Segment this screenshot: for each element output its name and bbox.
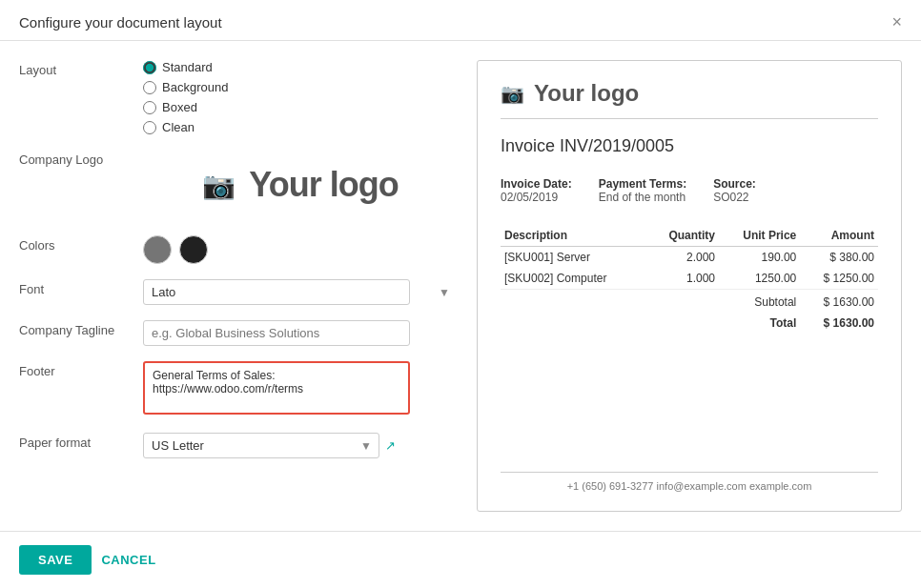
preview-logo-row: 📷 Your logo xyxy=(501,80,878,119)
radio-background[interactable] xyxy=(143,81,156,94)
save-button[interactable]: SAVE xyxy=(19,545,92,575)
preview-footer: +1 (650) 691-3277 info@example.com examp… xyxy=(501,472,878,492)
meta-payment-terms: Payment Terms: End of the month xyxy=(599,177,686,204)
col-unit-price: Unit Price xyxy=(719,225,800,247)
radio-clean[interactable] xyxy=(143,121,156,134)
radio-item-clean[interactable]: Clean xyxy=(143,120,458,134)
preview-logo-text: Your logo xyxy=(534,80,639,107)
dialog-title: Configure your document layout xyxy=(19,14,222,30)
logo-text: Your logo xyxy=(249,165,398,205)
subtotal-label: Subtotal xyxy=(719,290,800,314)
font-select-wrap: Lato Roboto Open Sans Raleway ▼ xyxy=(143,279,458,305)
color-swatch-1[interactable] xyxy=(143,235,172,264)
table-row: [SKU001] Server 2.000 190.00 $ 380.00 xyxy=(501,247,878,269)
company-logo-row: Company Logo 📷 Your logo xyxy=(19,150,458,220)
row2-desc: [SKU002] Computer xyxy=(501,268,647,290)
company-logo-label: Company Logo xyxy=(19,150,133,167)
total-empty xyxy=(501,313,719,334)
meta-label-invoice-date: Invoice Date: xyxy=(501,177,572,191)
radio-label-standard: Standard xyxy=(162,60,213,74)
subtotal-value: $ 1630.00 xyxy=(800,290,878,314)
meta-value-source: SO022 xyxy=(713,191,756,204)
meta-label-source: Source: xyxy=(713,177,756,191)
meta-value-payment-terms: End of the month xyxy=(599,191,686,204)
radio-label-boxed: Boxed xyxy=(162,100,197,114)
total-value: $ 1630.00 xyxy=(800,313,878,334)
chevron-down-icon: ▼ xyxy=(439,286,450,299)
row2-qty: 1.000 xyxy=(647,268,719,290)
close-button[interactable]: × xyxy=(891,13,902,30)
paper-format-wrap: US Letter A4 ▼ ↗ xyxy=(143,433,458,458)
tagline-input-wrap xyxy=(143,320,458,346)
paper-format-label: Paper format xyxy=(19,433,133,450)
meta-invoice-date: Invoice Date: 02/05/2019 xyxy=(501,177,572,204)
radio-group-layout: Standard Background Boxed Clean xyxy=(143,60,458,134)
footer-textarea-wrap: General Terms of Sales: https://www.odoo… xyxy=(143,361,458,417)
external-link-icon[interactable]: ↗ xyxy=(385,438,396,453)
col-description: Description xyxy=(501,225,647,247)
paper-format-row: Paper format US Letter A4 ▼ ↗ xyxy=(19,433,458,458)
dialog-header: Configure your document layout × xyxy=(0,0,921,41)
colors-label: Colors xyxy=(19,235,133,253)
radio-label-background: Background xyxy=(162,80,228,94)
colors-row: Colors xyxy=(19,235,458,264)
row2-unit: 1250.00 xyxy=(719,268,800,290)
meta-label-payment-terms: Payment Terms: xyxy=(599,177,686,191)
preview-table-body: [SKU001] Server 2.000 190.00 $ 380.00 [S… xyxy=(501,247,878,335)
company-logo-area[interactable]: 📷 Your logo xyxy=(143,150,458,220)
row1-qty: 2.000 xyxy=(647,247,719,269)
left-panel: Layout Standard Background B xyxy=(19,60,458,512)
radio-boxed[interactable] xyxy=(143,101,156,114)
col-amount: Amount xyxy=(800,225,878,247)
row1-unit: 190.00 xyxy=(719,247,800,269)
configure-document-layout-dialog: Configure your document layout × Layout … xyxy=(0,0,921,588)
radio-item-background[interactable]: Background xyxy=(143,80,458,94)
layout-label: Layout xyxy=(19,60,133,77)
paper-select-wrap: US Letter A4 ▼ xyxy=(143,433,379,458)
font-row: Font Lato Roboto Open Sans Raleway ▼ xyxy=(19,279,458,305)
subtotal-empty xyxy=(501,290,719,314)
preview-panel: 📷 Your logo Invoice INV/2019/0005 Invoic… xyxy=(477,60,902,512)
radio-item-standard[interactable]: Standard xyxy=(143,60,458,74)
meta-value-invoice-date: 02/05/2019 xyxy=(501,191,572,204)
total-label: Total xyxy=(719,313,800,334)
dialog-footer: SAVE CANCEL xyxy=(0,531,921,588)
preview-meta-row: Invoice Date: 02/05/2019 Payment Terms: … xyxy=(501,177,878,204)
tagline-label: Company Tagline xyxy=(19,320,133,337)
camera-icon: 📷 xyxy=(202,170,235,201)
preview-table-head: Description Quantity Unit Price Amount xyxy=(501,225,878,247)
row2-amount: $ 1250.00 xyxy=(800,268,878,290)
color-swatch-2[interactable] xyxy=(179,235,208,264)
tagline-input[interactable] xyxy=(143,320,410,346)
font-label: Font xyxy=(19,279,133,296)
radio-item-boxed[interactable]: Boxed xyxy=(143,100,458,114)
preview-invoice-table: Description Quantity Unit Price Amount [… xyxy=(501,225,878,334)
layout-options: Standard Background Boxed Clean xyxy=(143,60,458,134)
layout-row: Layout Standard Background B xyxy=(19,60,458,134)
col-quantity: Quantity xyxy=(647,225,719,247)
table-row: [SKU002] Computer 1.000 1250.00 $ 1250.0… xyxy=(501,268,878,290)
footer-textarea[interactable]: General Terms of Sales: https://www.odoo… xyxy=(143,361,410,415)
tagline-row: Company Tagline xyxy=(19,320,458,346)
row1-amount: $ 380.00 xyxy=(800,247,878,269)
preview-invoice-title: Invoice INV/2019/0005 xyxy=(501,136,878,156)
paper-format-select[interactable]: US Letter A4 xyxy=(143,433,379,458)
table-header-row: Description Quantity Unit Price Amount xyxy=(501,225,878,247)
radio-standard[interactable] xyxy=(143,61,156,74)
subtotal-row: Subtotal $ 1630.00 xyxy=(501,290,878,314)
total-row: Total $ 1630.00 xyxy=(501,313,878,334)
row1-desc: [SKU001] Server xyxy=(501,247,647,269)
colors-swatches xyxy=(143,235,458,264)
footer-row: Footer General Terms of Sales: https://w… xyxy=(19,361,458,417)
preview-camera-icon: 📷 xyxy=(501,82,524,105)
radio-label-clean: Clean xyxy=(162,120,194,134)
dialog-body: Layout Standard Background B xyxy=(0,41,921,531)
font-select[interactable]: Lato Roboto Open Sans Raleway xyxy=(143,279,410,305)
footer-label: Footer xyxy=(19,361,133,378)
meta-source: Source: SO022 xyxy=(713,177,756,204)
cancel-button[interactable]: CANCEL xyxy=(101,553,155,567)
